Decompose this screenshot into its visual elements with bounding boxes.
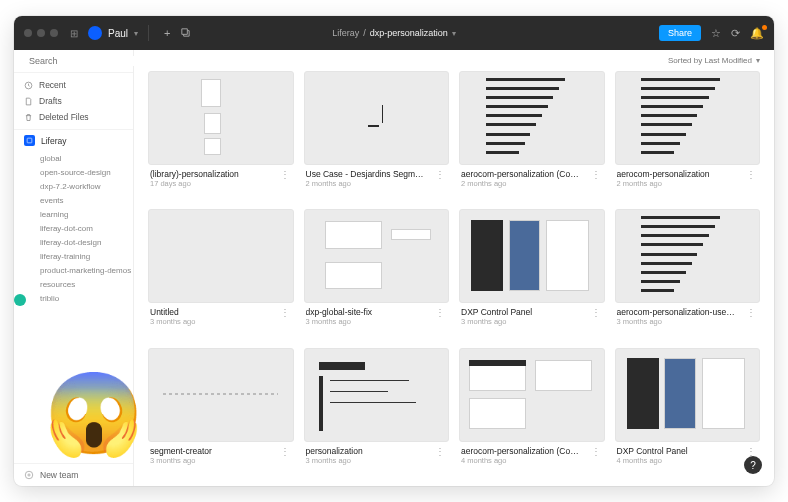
- search-row[interactable]: [14, 50, 133, 73]
- min-dot[interactable]: [37, 29, 45, 37]
- file-name: Use Case - Desjardins Segmentation: [306, 169, 426, 179]
- file-thumbnail[interactable]: [304, 209, 450, 303]
- file-card: DXP Control Panel4 months ago⋮: [615, 348, 761, 476]
- star-icon[interactable]: ☆: [711, 27, 721, 40]
- more-icon[interactable]: ⋮: [278, 169, 292, 180]
- share-button[interactable]: Share: [659, 25, 701, 41]
- help-button[interactable]: ?: [744, 456, 762, 474]
- main: Sorted by Last Modified ▾ (library)-pers…: [134, 50, 774, 486]
- nav-label: Drafts: [39, 96, 62, 106]
- window-controls[interactable]: [24, 29, 58, 37]
- nav-drafts[interactable]: Drafts: [14, 93, 133, 109]
- import-icon[interactable]: [175, 24, 196, 43]
- sort-label: Sorted by Last Modified: [668, 56, 752, 65]
- more-icon[interactable]: ⋮: [744, 169, 758, 180]
- file-date: 3 months ago: [617, 317, 737, 326]
- file-date: 3 months ago: [306, 317, 373, 326]
- file-thumbnail[interactable]: [304, 348, 450, 442]
- file-name: dxp-global-site-fix: [306, 307, 373, 317]
- project-item[interactable]: open-source-design: [40, 165, 133, 179]
- more-icon[interactable]: ⋮: [744, 446, 758, 457]
- project-item[interactable]: liferay-training: [40, 249, 133, 263]
- sort-row[interactable]: Sorted by Last Modified ▾: [134, 50, 774, 67]
- file-thumbnail[interactable]: [304, 71, 450, 165]
- more-icon[interactable]: ⋮: [433, 446, 447, 457]
- user-menu[interactable]: Paul ▾: [88, 26, 138, 40]
- project-list: globalopen-source-designdxp-7.2-workflow…: [14, 151, 133, 309]
- file-grid: (library)-personalization17 days ago⋮Use…: [134, 67, 774, 486]
- close-dot[interactable]: [24, 29, 32, 37]
- nav-deleted[interactable]: Deleted Files: [14, 109, 133, 125]
- file-thumbnail[interactable]: [459, 71, 605, 165]
- file-date: 4 months ago: [461, 456, 581, 465]
- file-card: Use Case - Desjardins Segmentation2 mont…: [304, 71, 450, 199]
- file-thumbnail[interactable]: [148, 348, 294, 442]
- refresh-icon[interactable]: ⟳: [731, 27, 740, 40]
- file-thumbnail[interactable]: [615, 348, 761, 442]
- file-name: personalization: [306, 446, 363, 456]
- project-item[interactable]: global: [40, 151, 133, 165]
- project-item[interactable]: liferay-dot-design: [40, 235, 133, 249]
- nav-label: Deleted Files: [39, 112, 89, 122]
- file-date: 2 months ago: [461, 179, 581, 188]
- file-name: DXP Control Panel: [461, 307, 532, 317]
- file-thumbnail[interactable]: [459, 348, 605, 442]
- titlebar-right: Share ☆ ⟳ 🔔: [659, 25, 764, 41]
- max-dot[interactable]: [50, 29, 58, 37]
- file-thumbnail[interactable]: [148, 209, 294, 303]
- breadcrumb[interactable]: Liferay / dxp-personalization ▾: [332, 28, 456, 38]
- file-date: 3 months ago: [306, 456, 363, 465]
- file-date: 17 days ago: [150, 179, 239, 188]
- chevron-down-icon: ▾: [452, 29, 456, 38]
- apps-grid-icon[interactable]: ⊞: [70, 28, 78, 39]
- team-row[interactable]: Liferay: [14, 130, 133, 151]
- file-name: Untitled: [150, 307, 195, 317]
- project-item[interactable]: learning: [40, 207, 133, 221]
- sidebar: Recent Drafts Deleted Files Liferay glob…: [14, 50, 134, 486]
- project-item[interactable]: dxp-7.2-workflow: [40, 179, 133, 193]
- file-card: aerocom-personalization-use-cases…3 mont…: [615, 209, 761, 337]
- bell-icon[interactable]: 🔔: [750, 27, 764, 40]
- file-date: 2 months ago: [306, 179, 426, 188]
- trash-icon: [24, 113, 33, 122]
- chevron-down-icon: ▾: [756, 56, 760, 65]
- search-input[interactable]: [29, 56, 141, 66]
- breadcrumb-project: dxp-personalization: [370, 28, 448, 38]
- file-thumbnail[interactable]: [459, 209, 605, 303]
- more-icon[interactable]: ⋮: [433, 169, 447, 180]
- breadcrumb-sep: /: [363, 28, 366, 38]
- project-item[interactable]: events: [40, 193, 133, 207]
- file-name: aerocom-personalization-use-cases…: [617, 307, 737, 317]
- plus-circle-icon: [24, 470, 34, 480]
- divider: [148, 25, 149, 41]
- more-icon[interactable]: ⋮: [278, 446, 292, 457]
- new-team-button[interactable]: New team: [14, 463, 133, 486]
- clock-icon: [24, 81, 33, 90]
- more-icon[interactable]: ⋮: [589, 169, 603, 180]
- project-item[interactable]: triblio: [40, 291, 133, 305]
- project-item[interactable]: product-marketing-demos: [40, 263, 133, 277]
- nav-label: Recent: [39, 80, 66, 90]
- more-icon[interactable]: ⋮: [433, 307, 447, 318]
- more-icon[interactable]: ⋮: [589, 446, 603, 457]
- file-date: 4 months ago: [617, 456, 688, 465]
- file-name: segment-creator: [150, 446, 212, 456]
- file-card: segment-creator3 months ago⋮: [148, 348, 294, 476]
- chevron-down-icon: ▾: [134, 29, 138, 38]
- file-thumbnail[interactable]: [148, 71, 294, 165]
- file-name: DXP Control Panel: [617, 446, 688, 456]
- file-card: aerocom-personalization (Copy)2 months a…: [459, 71, 605, 199]
- more-icon[interactable]: ⋮: [278, 307, 292, 318]
- add-button[interactable]: +: [159, 24, 175, 42]
- file-thumbnail[interactable]: [615, 209, 761, 303]
- file-card: aerocom-personalization2 months ago⋮: [615, 71, 761, 199]
- team-name: Liferay: [41, 136, 67, 146]
- project-item[interactable]: resources: [40, 277, 133, 291]
- more-icon[interactable]: ⋮: [589, 307, 603, 318]
- file-thumbnail[interactable]: [615, 71, 761, 165]
- project-item[interactable]: liferay-dot-com: [40, 221, 133, 235]
- more-icon[interactable]: ⋮: [744, 307, 758, 318]
- file-card: (library)-personalization17 days ago⋮: [148, 71, 294, 199]
- nav-recent[interactable]: Recent: [14, 77, 133, 93]
- file-date: 2 months ago: [617, 179, 710, 188]
